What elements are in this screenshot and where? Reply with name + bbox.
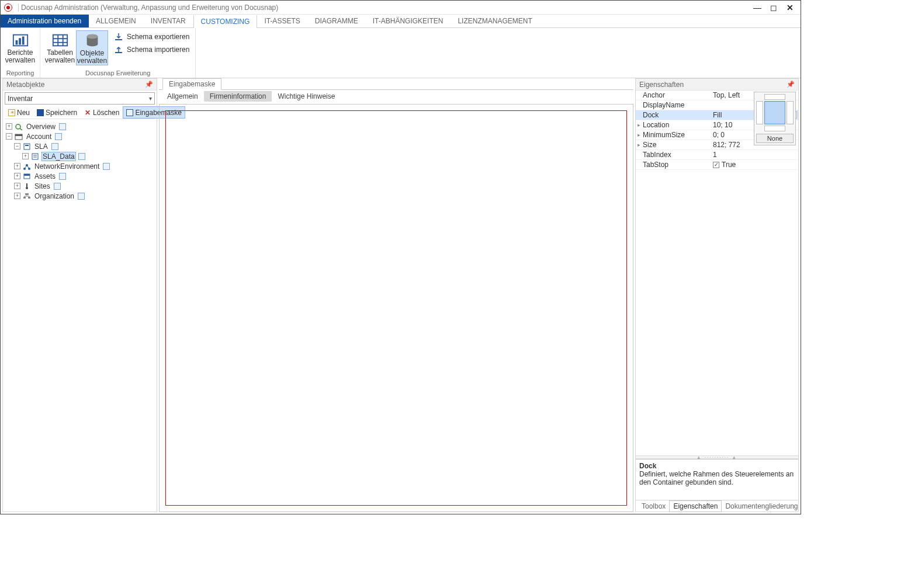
btn-tabellen-verwalten[interactable]: Tabellen verwalten: [44, 30, 76, 64]
expand-icon[interactable]: +: [14, 163, 20, 169]
property-grid-container: AnchorTop, LeftDisplayNameDockFill▾▸Loca…: [636, 91, 798, 500]
svg-rect-28: [25, 193, 29, 195]
menu-tab-it-abhaengigkeiten[interactable]: IT-ABHÄNGIGKEITEN: [366, 15, 451, 27]
dock-right[interactable]: [787, 101, 794, 124]
expand-icon[interactable]: +: [14, 193, 20, 199]
svg-rect-19: [32, 154, 38, 159]
left-toolbar: ✶Neu Speichern ✕Löschen Eingabemaske: [5, 106, 155, 119]
svg-rect-4: [53, 35, 67, 46]
tbtn-neu[interactable]: ✶Neu: [5, 106, 33, 119]
minimize-button[interactable]: —: [749, 3, 765, 12]
expand-icon[interactable]: +: [14, 183, 20, 189]
btn-berichte-verwalten[interactable]: Berichte verwalten: [4, 30, 36, 64]
form-marker-icon: [78, 193, 85, 200]
ribbon-group-erweiterung: Tabellen verwalten Objekte verwalten Sch…: [40, 28, 196, 78]
left-panel-header: Metaobjekte 📌: [3, 79, 157, 91]
qat-separator: [18, 4, 19, 12]
tree-node-sla-data[interactable]: + SLA_Data: [6, 151, 154, 161]
svg-rect-17: [24, 144, 30, 149]
prop-row-tabindex[interactable]: TabIndex1: [636, 150, 798, 160]
export-icon: [114, 32, 123, 41]
svg-rect-29: [23, 197, 26, 199]
center-tab-eingabemaske[interactable]: Eingabemaske: [162, 78, 221, 90]
menu-tab-inventar[interactable]: INVENTAR: [144, 15, 193, 27]
menu-admin-end[interactable]: Administration beenden: [1, 15, 89, 27]
btn-schema-export[interactable]: Schema exportieren: [112, 30, 192, 43]
property-desc-title: Dock: [639, 462, 795, 470]
property-description: Dock Definiert, welche Rahmen des Steuer…: [636, 459, 798, 500]
designer-canvas[interactable]: [165, 110, 627, 506]
svg-point-27: [26, 187, 28, 189]
table-icon: [51, 32, 69, 48]
subtab-firmeninformation[interactable]: Firmeninformation: [204, 91, 272, 102]
collapse-icon[interactable]: −: [6, 133, 12, 140]
tbtn-loeschen[interactable]: ✕Löschen: [81, 106, 123, 119]
pin-icon[interactable]: 📌: [787, 81, 795, 88]
account-icon: [15, 133, 23, 140]
expand-icon[interactable]: +: [14, 173, 20, 179]
form-marker-icon: [59, 123, 66, 130]
prop-row-tabstop[interactable]: TabStop✓True: [636, 160, 798, 170]
pin-icon[interactable]: 📌: [145, 81, 153, 88]
svg-rect-18: [25, 145, 29, 146]
combo-inventar[interactable]: Inventar ▾: [5, 92, 155, 105]
dock-top[interactable]: [764, 94, 785, 100]
ribbon-group-reporting: Berichte verwalten Reporting: [1, 28, 40, 78]
close-button[interactable]: ✕: [782, 3, 798, 12]
collapse-icon[interactable]: −: [14, 143, 20, 149]
tree-node-sla[interactable]: − SLA: [6, 141, 154, 151]
subtab-allgemein[interactable]: Allgemein: [161, 91, 204, 102]
bottom-tab-toolbox[interactable]: Toolbox: [638, 501, 669, 512]
dock-bottom[interactable]: [764, 126, 785, 131]
right-panel: Eigenschaften 📌 AnchorTop, LeftDisplayNa…: [635, 78, 799, 512]
subtabs: Allgemein Firmeninformation Wichtige Hin…: [159, 90, 633, 103]
assets-icon: [23, 173, 31, 180]
btn-schema-import[interactable]: Schema importieren: [112, 43, 192, 56]
tree-node-network[interactable]: + NetworkEnvironment: [6, 161, 154, 171]
bottom-tab-eigenschaften[interactable]: Eigenschaften: [669, 500, 722, 512]
center-tabs: Eingabemaske: [159, 78, 633, 90]
svg-rect-26: [24, 174, 30, 176]
chevron-down-icon: ▾: [149, 95, 152, 102]
main-menu: Administration beenden ALLGEMEIN INVENTA…: [1, 14, 801, 28]
menu-tab-allgemein[interactable]: ALLGEMEIN: [89, 15, 144, 27]
svg-rect-1: [15, 40, 18, 45]
expand-icon[interactable]: +: [6, 123, 12, 130]
menu-tab-it-assets[interactable]: IT-ASSETS: [257, 15, 307, 27]
chart-icon: [12, 32, 29, 48]
expand-icon[interactable]: +: [22, 153, 29, 159]
app-window: Docusnap Administration (Verwaltung, Anp…: [0, 0, 801, 514]
sites-icon: [23, 183, 31, 190]
center-area: Eingabemaske Allgemein Firmeninformation…: [159, 78, 635, 514]
form-marker-icon: [59, 173, 66, 180]
maximize-button[interactable]: ◻: [765, 3, 782, 12]
tree-node-organization[interactable]: + Organization: [6, 191, 154, 201]
tree-node-account[interactable]: − Account: [6, 131, 154, 141]
tree-node-sites[interactable]: + Sites: [6, 181, 154, 191]
dock-none[interactable]: None: [756, 134, 794, 143]
checkbox-icon[interactable]: ✓: [713, 162, 719, 168]
tree[interactable]: + Overview − Account − SLA: [5, 119, 155, 512]
dock-picker[interactable]: None: [754, 92, 796, 145]
property-grid[interactable]: AnchorTop, LeftDisplayNameDockFill▾▸Loca…: [636, 91, 798, 455]
menu-tab-lizenzmanagement[interactable]: LIZENZMANAGEMENT: [451, 15, 539, 27]
sla-data-icon: [31, 153, 39, 160]
bottom-tab-dokumentengliederung[interactable]: Dokumentengliederung: [722, 501, 801, 512]
body: Metaobjekte 📌 Inventar ▾ ✶Neu Speichern …: [1, 78, 801, 514]
ribbon-caption-erweiterung: Docusnap Erweiterung: [40, 69, 195, 78]
svg-rect-2: [19, 38, 21, 44]
svg-point-13: [16, 124, 20, 129]
btn-objekte-verwalten[interactable]: Objekte verwalten: [76, 30, 108, 65]
database-icon: [84, 32, 101, 48]
menu-tab-customizing[interactable]: CUSTOMIZING: [193, 15, 258, 28]
designer-surface[interactable]: [159, 104, 633, 512]
tbtn-speichern[interactable]: Speichern: [33, 106, 81, 119]
tree-node-overview[interactable]: + Overview: [6, 121, 154, 131]
tree-node-assets[interactable]: + Assets: [6, 171, 154, 181]
dock-fill[interactable]: [764, 101, 785, 124]
menu-tab-diagramme[interactable]: DIAGRAMME: [308, 15, 366, 27]
subtab-wichtige-hinweise[interactable]: Wichtige Hinweise: [272, 91, 341, 102]
titlebar: Docusnap Administration (Verwaltung, Anp…: [1, 1, 801, 14]
dock-left[interactable]: [756, 101, 763, 124]
form-marker-icon: [51, 143, 58, 150]
